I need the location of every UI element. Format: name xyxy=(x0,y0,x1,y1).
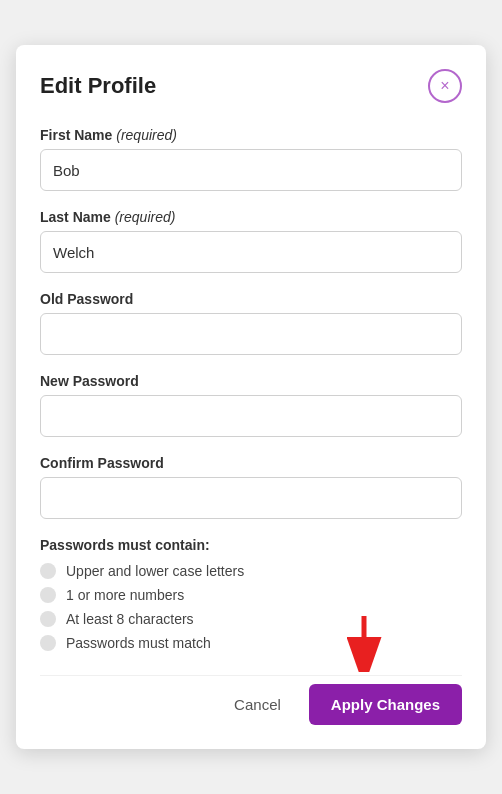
password-rules-list: Upper and lower case letters 1 or more n… xyxy=(40,563,462,651)
modal-title: Edit Profile xyxy=(40,73,156,99)
apply-changes-button[interactable]: Apply Changes xyxy=(309,684,462,725)
modal-header: Edit Profile × xyxy=(40,69,462,103)
edit-profile-modal: Edit Profile × First Name (required) Las… xyxy=(16,45,486,749)
down-arrow-icon xyxy=(346,616,382,672)
rule-circle-icon xyxy=(40,563,56,579)
password-rule-item: Upper and lower case letters xyxy=(40,563,462,579)
close-button[interactable]: × xyxy=(428,69,462,103)
password-rule-item: 1 or more numbers xyxy=(40,587,462,603)
rule-circle-icon xyxy=(40,611,56,627)
modal-footer: Cancel Apply Changes xyxy=(40,675,462,725)
last-name-input[interactable] xyxy=(40,231,462,273)
password-rules-section: Passwords must contain: Upper and lower … xyxy=(40,537,462,651)
cancel-button[interactable]: Cancel xyxy=(222,688,293,721)
confirm-password-group: Confirm Password xyxy=(40,455,462,519)
first-name-label: First Name (required) xyxy=(40,127,462,143)
first-name-group: First Name (required) xyxy=(40,127,462,191)
last-name-label: Last Name (required) xyxy=(40,209,462,225)
old-password-input[interactable] xyxy=(40,313,462,355)
new-password-group: New Password xyxy=(40,373,462,437)
rule-text: Passwords must match xyxy=(66,635,211,651)
password-rules-title: Passwords must contain: xyxy=(40,537,462,553)
rule-text: 1 or more numbers xyxy=(66,587,184,603)
rule-text: Upper and lower case letters xyxy=(66,563,244,579)
password-rule-item: At least 8 characters xyxy=(40,611,462,627)
confirm-password-input[interactable] xyxy=(40,477,462,519)
rule-circle-icon xyxy=(40,587,56,603)
rule-circle-icon xyxy=(40,635,56,651)
old-password-label: Old Password xyxy=(40,291,462,307)
last-name-group: Last Name (required) xyxy=(40,209,462,273)
first-name-input[interactable] xyxy=(40,149,462,191)
password-rule-item: Passwords must match xyxy=(40,635,462,651)
old-password-group: Old Password xyxy=(40,291,462,355)
confirm-password-label: Confirm Password xyxy=(40,455,462,471)
new-password-input[interactable] xyxy=(40,395,462,437)
rule-text: At least 8 characters xyxy=(66,611,194,627)
arrow-indicator xyxy=(346,616,382,672)
new-password-label: New Password xyxy=(40,373,462,389)
